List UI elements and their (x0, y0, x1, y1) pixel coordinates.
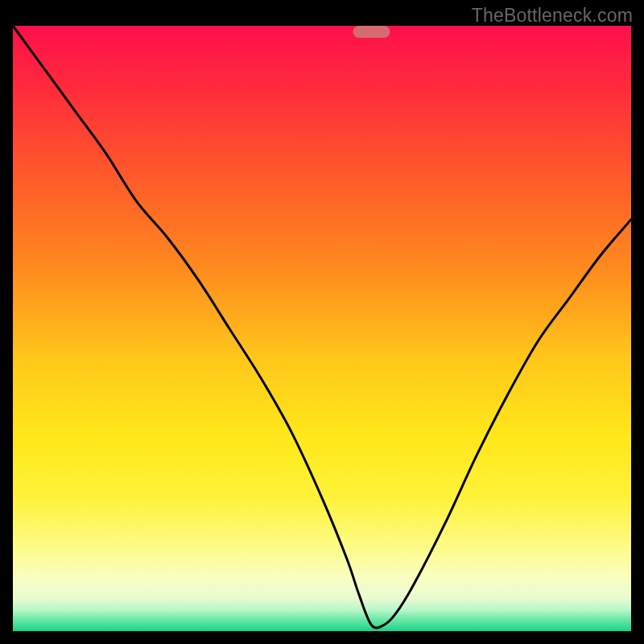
bottleneck-chart (0, 0, 644, 644)
optimal-marker (353, 26, 390, 38)
watermark-text: TheBottleneck.com (472, 5, 633, 27)
chart-container: TheBottleneck.com (0, 0, 644, 644)
plot-background (13, 26, 631, 631)
